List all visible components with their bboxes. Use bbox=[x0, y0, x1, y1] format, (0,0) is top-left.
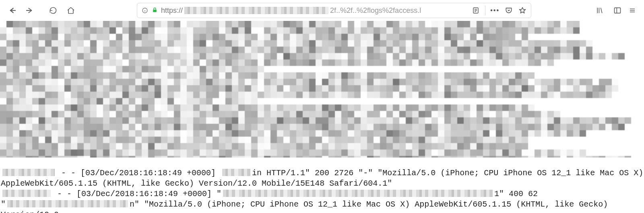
redacted-chunk bbox=[7, 200, 128, 207]
lock-icon bbox=[152, 7, 158, 14]
reload-icon bbox=[49, 6, 57, 14]
log-line-2: - - [03/Dec/2018:16:18:49 +0000] "1" 400… bbox=[1, 189, 538, 199]
back-button[interactable] bbox=[4, 2, 20, 18]
url-right-actions: ••• bbox=[471, 6, 527, 15]
url-redacted-host bbox=[184, 7, 328, 14]
redacted-log-block bbox=[0, 21, 644, 158]
library-button[interactable] bbox=[592, 2, 608, 18]
arrow-left-icon bbox=[8, 6, 17, 15]
svg-rect-13 bbox=[615, 8, 621, 13]
page-actions-button[interactable]: ••• bbox=[490, 7, 500, 14]
overflow-menu-button[interactable] bbox=[627, 2, 638, 18]
redacted-ip bbox=[2, 169, 55, 176]
redacted-ip bbox=[2, 190, 51, 197]
server-log-text: - - [03/Dec/2018:16:18:49 +0000] in HTTP… bbox=[0, 158, 644, 213]
log-line-2-wrap: "n" "Mozilla/5.0 (iPhone; CPU iPhone OS … bbox=[1, 200, 613, 213]
reader-mode-icon[interactable] bbox=[471, 6, 480, 15]
home-button[interactable] bbox=[63, 2, 79, 18]
library-icon bbox=[596, 6, 604, 14]
bookmark-star-icon[interactable] bbox=[518, 6, 527, 15]
reload-button[interactable] bbox=[45, 2, 61, 18]
site-info-icon[interactable] bbox=[141, 7, 149, 14]
home-icon bbox=[67, 6, 75, 14]
url-scheme: https:// bbox=[161, 6, 183, 15]
svg-marker-9 bbox=[520, 8, 526, 13]
url-bar[interactable]: https:// 2f..%2f..%2flogs%2faccess.l ••• bbox=[137, 3, 531, 18]
svg-line-12 bbox=[601, 8, 602, 13]
redacted-referrer bbox=[223, 190, 493, 197]
page-content: - - [03/Dec/2018:16:18:49 +0000] in HTTP… bbox=[0, 21, 644, 213]
svg-rect-4 bbox=[153, 10, 157, 12]
browser-toolbar: https:// 2f..%2f..%2flogs%2faccess.l ••• bbox=[0, 0, 644, 21]
url-text[interactable]: https:// 2f..%2f..%2flogs%2faccess.l bbox=[161, 6, 468, 15]
pocket-icon[interactable] bbox=[504, 6, 513, 15]
forward-button[interactable] bbox=[22, 2, 38, 18]
redacted-mid bbox=[222, 169, 250, 176]
sidebar-icon bbox=[613, 6, 621, 14]
toolbar-right bbox=[592, 2, 640, 18]
log-line-1-wrap: AppleWebKit/605.1.15 (KHTML, like Gecko)… bbox=[1, 179, 392, 188]
hamburger-icon bbox=[629, 7, 636, 14]
sidebar-button[interactable] bbox=[609, 2, 625, 18]
url-visible-tail: 2f..%2f..%2flogs%2faccess.l bbox=[330, 6, 421, 15]
url-separator bbox=[485, 6, 485, 15]
arrow-right-icon bbox=[25, 6, 34, 15]
log-line-1: - - [03/Dec/2018:16:18:49 +0000] in HTTP… bbox=[1, 168, 643, 178]
